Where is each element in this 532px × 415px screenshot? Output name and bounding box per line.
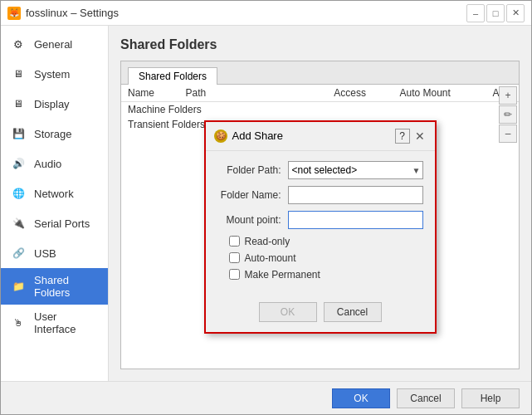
ok-button[interactable]: OK xyxy=(332,388,390,408)
mount-point-row: Mount point: xyxy=(217,211,423,229)
sf-tab: Shared Folders xyxy=(121,61,519,85)
auto-mount-row: Auto-mount xyxy=(217,252,423,264)
settings-window: 🦊 fosslinux – Settings – □ ✕ ⚙ General 🖥… xyxy=(0,0,532,415)
sf-tab-label[interactable]: Shared Folders xyxy=(128,67,217,85)
title-bar-text: fosslinux – Settings xyxy=(26,7,119,19)
dialog-icon: 🍪 xyxy=(214,129,227,143)
minimize-button[interactable]: – xyxy=(466,4,485,22)
maximize-button[interactable]: □ xyxy=(486,4,505,22)
sidebar-item-audio[interactable]: 🔊 Audio xyxy=(1,149,108,178)
general-icon: ⚙ xyxy=(9,35,27,53)
title-bar: 🦊 fosslinux – Settings – □ ✕ xyxy=(1,1,531,26)
folder-path-label: Folder Path: xyxy=(217,164,288,176)
dialog-cancel-button[interactable]: Cancel xyxy=(324,302,382,322)
network-icon: 🌐 xyxy=(9,184,27,203)
read-only-checkbox[interactable] xyxy=(229,236,240,247)
user-interface-icon: 🖱 xyxy=(9,314,27,332)
main-content: Shared Folders Shared Folders Name Path xyxy=(109,26,531,381)
title-bar-controls: – □ ✕ xyxy=(466,4,525,22)
dialog-ok-button[interactable]: OK xyxy=(259,302,317,322)
sf-content: Name Path Access Auto Mount At xyxy=(121,85,519,369)
modal-body: Folder Path: <not selected> ▼ xyxy=(206,151,435,295)
auto-mount-label: Auto-mount xyxy=(245,252,296,264)
folder-name-input[interactable] xyxy=(288,186,423,204)
cancel-button[interactable]: Cancel xyxy=(397,388,455,408)
read-only-label: Read-only xyxy=(245,236,290,247)
sidebar: ⚙ General 🖥 System 🖥 Display 💾 Storage 🔊… xyxy=(1,26,109,381)
sidebar-item-system[interactable]: 🖥 System xyxy=(1,59,108,89)
sidebar-item-usb[interactable]: 🔗 USB xyxy=(1,238,108,268)
make-permanent-checkbox[interactable] xyxy=(229,269,240,280)
serial-ports-icon: 🔌 xyxy=(9,214,27,232)
dialog-close-button[interactable]: ✕ xyxy=(413,129,427,143)
page-title: Shared Folders xyxy=(120,37,520,52)
mount-point-label: Mount point: xyxy=(217,214,288,226)
mount-point-input[interactable] xyxy=(288,211,423,229)
read-only-row: Read-only xyxy=(217,236,423,247)
make-permanent-label: Make Permanent xyxy=(245,269,320,281)
sidebar-item-user-interface[interactable]: 🖱 User Interface xyxy=(1,305,108,341)
help-button[interactable]: Help xyxy=(461,388,520,408)
folder-path-row: Folder Path: <not selected> ▼ xyxy=(217,161,423,179)
close-button[interactable]: ✕ xyxy=(506,4,525,22)
folder-path-select-wrapper: <not selected> ▼ xyxy=(288,161,423,179)
sidebar-item-display[interactable]: 🖥 Display xyxy=(1,89,108,119)
shared-folders-icon: 📁 xyxy=(9,277,27,295)
modal-header-buttons: ? ✕ xyxy=(395,129,427,144)
make-permanent-row: Make Permanent xyxy=(217,269,423,281)
modal-title: Add Share xyxy=(232,129,283,142)
modal-header-left: 🍪 Add Share xyxy=(214,129,283,143)
sidebar-item-serial-ports[interactable]: 🔌 Serial Ports xyxy=(1,208,108,238)
bottom-bar: OK Cancel Help xyxy=(1,381,531,414)
modal-overlay: 🍪 Add Share ? ✕ xyxy=(121,85,519,369)
dialog-help-button[interactable]: ? xyxy=(395,129,410,144)
sidebar-item-general[interactable]: ⚙ General xyxy=(1,29,108,59)
content-area: ⚙ General 🖥 System 🖥 Display 💾 Storage 🔊… xyxy=(1,26,531,381)
sidebar-item-shared-folders[interactable]: 📁 Shared Folders xyxy=(1,268,108,305)
folder-name-label: Folder Name: xyxy=(217,189,288,201)
folder-path-select[interactable]: <not selected> xyxy=(288,161,423,179)
modal-header: 🍪 Add Share ? ✕ xyxy=(206,122,435,151)
sidebar-item-storage[interactable]: 💾 Storage xyxy=(1,119,108,149)
storage-icon: 💾 xyxy=(9,124,27,143)
sidebar-item-network[interactable]: 🌐 Network xyxy=(1,178,108,208)
usb-icon: 🔗 xyxy=(9,244,27,262)
add-share-dialog: 🍪 Add Share ? ✕ xyxy=(204,120,437,334)
folder-name-row: Folder Name: xyxy=(217,186,423,204)
modal-footer: OK Cancel xyxy=(206,295,435,332)
title-bar-left: 🦊 fosslinux – Settings xyxy=(7,7,119,20)
display-icon: 🖥 xyxy=(9,95,27,113)
audio-icon: 🔊 xyxy=(9,154,27,173)
auto-mount-checkbox[interactable] xyxy=(229,252,240,263)
system-icon: 🖥 xyxy=(9,65,27,83)
app-icon: 🦊 xyxy=(7,7,21,20)
shared-folders-panel: Shared Folders Name Path Access Auto Mou… xyxy=(120,61,520,369)
